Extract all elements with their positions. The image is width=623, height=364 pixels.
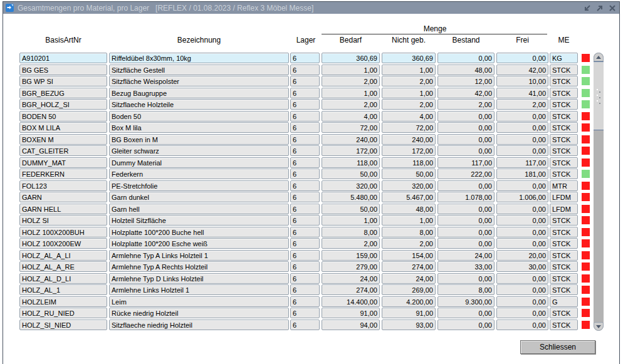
cell-bezeichnung[interactable]: PE-Stretchfolie xyxy=(109,180,289,191)
cell-basisartnr[interactable]: HOLZ_AL_D_LI xyxy=(19,273,107,284)
cell-bestand[interactable]: 0,00 xyxy=(437,180,495,191)
cell-frei[interactable]: 20,00 xyxy=(496,250,548,261)
cell-frei[interactable]: 181,00 xyxy=(496,169,548,179)
cell-lager[interactable]: 6 xyxy=(290,204,320,214)
cell-nicht-geb[interactable]: 172,00 xyxy=(382,145,436,156)
cell-bestand[interactable]: 33,00 xyxy=(437,261,495,272)
cell-nicht-geb[interactable]: 1,00 xyxy=(382,88,436,98)
cell-basisartnr[interactable]: HOLZ_AL_A_LI xyxy=(19,250,107,261)
cell-lager[interactable]: 6 xyxy=(290,215,320,226)
cell-me[interactable]: STCK xyxy=(550,250,578,261)
cell-lager[interactable]: 6 xyxy=(290,227,320,237)
cell-bedarf[interactable]: 360,69 xyxy=(322,53,380,63)
cell-basisartnr[interactable]: HOLZ_AL_1 xyxy=(19,284,107,295)
cell-bezeichnung[interactable]: Rücke niedrig Holzteil xyxy=(109,308,289,318)
cell-lager[interactable]: 6 xyxy=(290,122,320,133)
cell-basisartnr[interactable]: HOLZ SI xyxy=(19,215,107,226)
cell-lager[interactable]: 6 xyxy=(290,261,320,272)
cell-me[interactable]: STCK xyxy=(550,145,578,156)
cell-lager[interactable]: 6 xyxy=(290,192,320,202)
cell-bezeichnung[interactable]: Leim xyxy=(109,296,289,307)
cell-bestand[interactable]: 0,00 xyxy=(437,238,495,249)
cell-me[interactable]: MTR xyxy=(550,180,578,191)
cell-lager[interactable]: 6 xyxy=(290,88,320,98)
cell-frei[interactable]: 0,00 xyxy=(496,296,548,307)
cell-bestand[interactable]: 0,00 xyxy=(437,122,495,133)
cell-bedarf[interactable]: 50,00 xyxy=(322,204,380,214)
cell-lager[interactable]: 6 xyxy=(290,157,320,168)
cell-basisartnr[interactable]: CAT_GLEITER xyxy=(19,145,107,156)
cell-bedarf[interactable]: 50,00 xyxy=(322,169,380,179)
cell-bestand[interactable]: 0,00 xyxy=(437,134,495,145)
cell-bezeichnung[interactable]: Sitzfläche Gestell xyxy=(109,65,289,75)
cell-me[interactable]: STCK xyxy=(550,76,578,86)
cell-basisartnr[interactable]: HOLZ 100X200BUH xyxy=(19,227,107,237)
cell-me[interactable]: STCK xyxy=(550,273,578,284)
cell-bedarf[interactable]: 279,00 xyxy=(322,261,380,272)
cell-frei[interactable]: 42,00 xyxy=(496,65,548,75)
cell-bedarf[interactable]: 2,00 xyxy=(322,99,380,110)
cell-me[interactable]: KG xyxy=(550,53,578,63)
cell-nicht-geb[interactable]: 91,00 xyxy=(382,308,436,318)
cell-frei[interactable]: 30,00 xyxy=(496,261,548,272)
cell-bestand[interactable]: 117,00 xyxy=(437,157,495,168)
cell-nicht-geb[interactable]: 2,00 xyxy=(382,238,436,249)
cell-nicht-geb[interactable]: 269,00 xyxy=(382,284,436,295)
cell-me[interactable]: STCK xyxy=(550,111,578,122)
cell-frei[interactable]: 0,00 xyxy=(496,53,548,63)
cell-me[interactable]: STCK xyxy=(550,88,578,98)
cell-bezeichnung[interactable]: Riffeldübel 8x30mm, 10kg xyxy=(109,53,289,63)
cell-basisartnr[interactable]: HOLZ_AL_A_RE xyxy=(19,261,107,272)
cell-frei[interactable]: 0,00 xyxy=(496,284,548,295)
scroll-up-icon[interactable] xyxy=(594,53,604,61)
cell-frei[interactable]: 0,00 xyxy=(496,227,548,237)
cell-basisartnr[interactable]: DUMMY_MAT xyxy=(19,157,107,168)
cell-bestand[interactable]: 222,00 xyxy=(437,169,495,179)
cell-bezeichnung[interactable]: Holzteil Sitzfläche xyxy=(109,215,289,226)
cell-bezeichnung[interactable]: Federkern xyxy=(109,169,289,179)
cell-basisartnr[interactable]: HOLZLEIM xyxy=(19,296,107,307)
cell-basisartnr[interactable]: A910201 xyxy=(19,53,107,63)
cell-bezeichnung[interactable]: Sitzflaeche Holzteile xyxy=(109,99,289,110)
cell-nicht-geb[interactable]: 320,00 xyxy=(382,180,436,191)
cell-frei[interactable]: 0,00 xyxy=(496,238,548,249)
cell-nicht-geb[interactable]: 72,00 xyxy=(382,122,436,133)
cell-lager[interactable]: 6 xyxy=(290,99,320,110)
cell-basisartnr[interactable]: GARN xyxy=(19,192,107,202)
cell-frei[interactable]: 2,00 xyxy=(496,99,548,110)
cell-me[interactable]: STCK xyxy=(550,227,578,237)
cell-frei[interactable]: 0,00 xyxy=(496,134,548,145)
cell-bezeichnung[interactable]: Armlehne Typ A Rechts Holzteil xyxy=(109,261,289,272)
cell-nicht-geb[interactable]: 24,00 xyxy=(382,273,436,284)
cell-frei[interactable]: 0,00 xyxy=(496,320,548,330)
cell-bedarf[interactable]: 1,00 xyxy=(322,65,380,75)
cell-frei[interactable]: 10,00 xyxy=(496,76,548,86)
cell-basisartnr[interactable]: BG GES xyxy=(19,65,107,75)
cell-lager[interactable]: 6 xyxy=(290,320,320,330)
cell-frei[interactable]: 1.006,00 xyxy=(496,192,548,202)
cell-basisartnr[interactable]: BOXEN M xyxy=(19,134,107,145)
cell-basisartnr[interactable]: BODEN 50 xyxy=(19,111,107,122)
cell-nicht-geb[interactable]: 1,00 xyxy=(382,65,436,75)
cell-bezeichnung[interactable]: Gleiter schwarz xyxy=(109,145,289,156)
cell-bestand[interactable]: 0,00 xyxy=(437,320,495,330)
cell-frei[interactable]: 0,00 xyxy=(496,204,548,214)
cell-me[interactable]: STCK xyxy=(550,320,578,330)
cell-basisartnr[interactable]: BG WP SI xyxy=(19,76,107,86)
cell-nicht-geb[interactable]: 240,00 xyxy=(382,134,436,145)
cell-lager[interactable]: 6 xyxy=(290,145,320,156)
cell-lager[interactable]: 6 xyxy=(290,180,320,191)
cell-me[interactable]: STCK xyxy=(550,284,578,295)
cell-lager[interactable]: 6 xyxy=(290,296,320,307)
cell-nicht-geb[interactable]: 154,00 xyxy=(382,250,436,261)
cell-bestand[interactable]: 9.300,00 xyxy=(437,296,495,307)
cell-nicht-geb[interactable]: 118,00 xyxy=(382,157,436,168)
cell-bestand[interactable]: 0,00 xyxy=(437,215,495,226)
cell-nicht-geb[interactable]: 4,00 xyxy=(382,111,436,122)
cell-lager[interactable]: 6 xyxy=(290,76,320,86)
cell-frei[interactable]: 0,00 xyxy=(496,145,548,156)
cell-lager[interactable]: 6 xyxy=(290,53,320,63)
cell-bezeichnung[interactable]: Armlehne Typ A Links Holzteil 1 xyxy=(109,250,289,261)
cell-lager[interactable]: 6 xyxy=(290,65,320,75)
cell-nicht-geb[interactable]: 2,00 xyxy=(382,76,436,86)
